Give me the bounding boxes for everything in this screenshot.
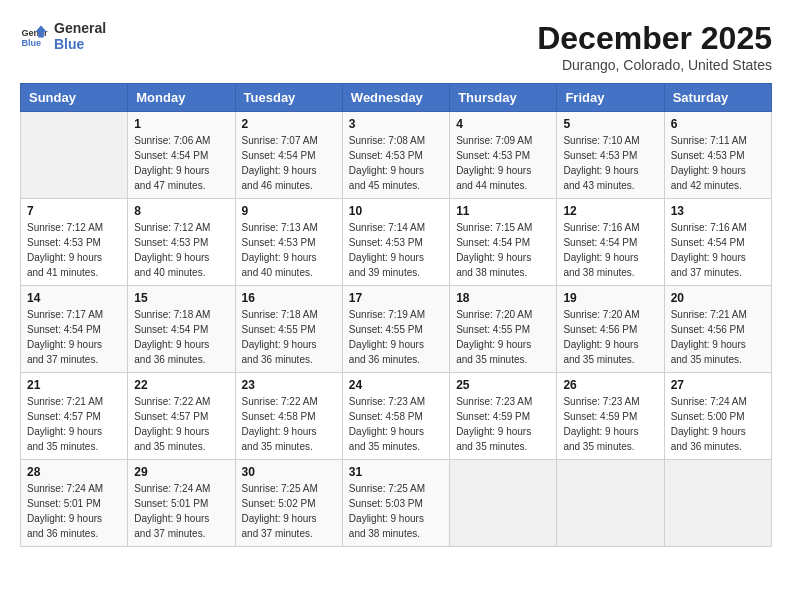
day-number: 4 — [456, 117, 550, 131]
day-info: Sunrise: 7:18 AMSunset: 4:54 PMDaylight:… — [134, 307, 228, 367]
day-number: 2 — [242, 117, 336, 131]
calendar-cell: 5Sunrise: 7:10 AMSunset: 4:53 PMDaylight… — [557, 112, 664, 199]
calendar-cell: 23Sunrise: 7:22 AMSunset: 4:58 PMDayligh… — [235, 373, 342, 460]
day-info: Sunrise: 7:18 AMSunset: 4:55 PMDaylight:… — [242, 307, 336, 367]
day-number: 9 — [242, 204, 336, 218]
day-header-thursday: Thursday — [450, 84, 557, 112]
calendar-cell: 17Sunrise: 7:19 AMSunset: 4:55 PMDayligh… — [342, 286, 449, 373]
day-info: Sunrise: 7:09 AMSunset: 4:53 PMDaylight:… — [456, 133, 550, 193]
day-number: 23 — [242, 378, 336, 392]
calendar-cell: 22Sunrise: 7:22 AMSunset: 4:57 PMDayligh… — [128, 373, 235, 460]
day-header-monday: Monday — [128, 84, 235, 112]
day-info: Sunrise: 7:20 AMSunset: 4:56 PMDaylight:… — [563, 307, 657, 367]
day-info: Sunrise: 7:16 AMSunset: 4:54 PMDaylight:… — [671, 220, 765, 280]
day-number: 19 — [563, 291, 657, 305]
calendar-cell: 20Sunrise: 7:21 AMSunset: 4:56 PMDayligh… — [664, 286, 771, 373]
day-number: 24 — [349, 378, 443, 392]
day-number: 29 — [134, 465, 228, 479]
title-area: December 2025 Durango, Colorado, United … — [537, 20, 772, 73]
day-info: Sunrise: 7:23 AMSunset: 4:58 PMDaylight:… — [349, 394, 443, 454]
day-info: Sunrise: 7:22 AMSunset: 4:58 PMDaylight:… — [242, 394, 336, 454]
day-info: Sunrise: 7:15 AMSunset: 4:54 PMDaylight:… — [456, 220, 550, 280]
calendar-cell: 6Sunrise: 7:11 AMSunset: 4:53 PMDaylight… — [664, 112, 771, 199]
calendar-cell: 10Sunrise: 7:14 AMSunset: 4:53 PMDayligh… — [342, 199, 449, 286]
calendar-cell: 15Sunrise: 7:18 AMSunset: 4:54 PMDayligh… — [128, 286, 235, 373]
day-info: Sunrise: 7:06 AMSunset: 4:54 PMDaylight:… — [134, 133, 228, 193]
calendar-cell — [450, 460, 557, 547]
day-number: 6 — [671, 117, 765, 131]
calendar-cell: 11Sunrise: 7:15 AMSunset: 4:54 PMDayligh… — [450, 199, 557, 286]
day-number: 21 — [27, 378, 121, 392]
calendar-week-1: 1Sunrise: 7:06 AMSunset: 4:54 PMDaylight… — [21, 112, 772, 199]
calendar-cell: 19Sunrise: 7:20 AMSunset: 4:56 PMDayligh… — [557, 286, 664, 373]
calendar-cell: 12Sunrise: 7:16 AMSunset: 4:54 PMDayligh… — [557, 199, 664, 286]
day-number: 30 — [242, 465, 336, 479]
day-header-saturday: Saturday — [664, 84, 771, 112]
day-header-friday: Friday — [557, 84, 664, 112]
calendar-cell: 7Sunrise: 7:12 AMSunset: 4:53 PMDaylight… — [21, 199, 128, 286]
calendar-cell: 14Sunrise: 7:17 AMSunset: 4:54 PMDayligh… — [21, 286, 128, 373]
day-info: Sunrise: 7:11 AMSunset: 4:53 PMDaylight:… — [671, 133, 765, 193]
calendar-cell: 13Sunrise: 7:16 AMSunset: 4:54 PMDayligh… — [664, 199, 771, 286]
day-number: 15 — [134, 291, 228, 305]
logo-icon: General Blue — [20, 22, 48, 50]
day-info: Sunrise: 7:07 AMSunset: 4:54 PMDaylight:… — [242, 133, 336, 193]
calendar-cell: 21Sunrise: 7:21 AMSunset: 4:57 PMDayligh… — [21, 373, 128, 460]
calendar-cell: 30Sunrise: 7:25 AMSunset: 5:02 PMDayligh… — [235, 460, 342, 547]
day-number: 14 — [27, 291, 121, 305]
day-info: Sunrise: 7:12 AMSunset: 4:53 PMDaylight:… — [134, 220, 228, 280]
day-header-sunday: Sunday — [21, 84, 128, 112]
day-info: Sunrise: 7:22 AMSunset: 4:57 PMDaylight:… — [134, 394, 228, 454]
calendar-week-3: 14Sunrise: 7:17 AMSunset: 4:54 PMDayligh… — [21, 286, 772, 373]
calendar-cell — [664, 460, 771, 547]
calendar-cell: 18Sunrise: 7:20 AMSunset: 4:55 PMDayligh… — [450, 286, 557, 373]
calendar-cell: 2Sunrise: 7:07 AMSunset: 4:54 PMDaylight… — [235, 112, 342, 199]
location-title: Durango, Colorado, United States — [537, 57, 772, 73]
day-number: 28 — [27, 465, 121, 479]
calendar-cell — [21, 112, 128, 199]
day-info: Sunrise: 7:23 AMSunset: 4:59 PMDaylight:… — [456, 394, 550, 454]
calendar-table: SundayMondayTuesdayWednesdayThursdayFrid… — [20, 83, 772, 547]
day-info: Sunrise: 7:23 AMSunset: 4:59 PMDaylight:… — [563, 394, 657, 454]
svg-text:Blue: Blue — [21, 38, 41, 48]
calendar-week-4: 21Sunrise: 7:21 AMSunset: 4:57 PMDayligh… — [21, 373, 772, 460]
calendar-week-5: 28Sunrise: 7:24 AMSunset: 5:01 PMDayligh… — [21, 460, 772, 547]
day-number: 13 — [671, 204, 765, 218]
day-info: Sunrise: 7:25 AMSunset: 5:02 PMDaylight:… — [242, 481, 336, 541]
logo: General Blue General Blue — [20, 20, 106, 52]
header: General Blue General Blue December 2025 … — [20, 20, 772, 73]
logo-line1: General — [54, 20, 106, 36]
calendar-cell: 4Sunrise: 7:09 AMSunset: 4:53 PMDaylight… — [450, 112, 557, 199]
calendar-cell: 25Sunrise: 7:23 AMSunset: 4:59 PMDayligh… — [450, 373, 557, 460]
day-number: 27 — [671, 378, 765, 392]
day-info: Sunrise: 7:21 AMSunset: 4:56 PMDaylight:… — [671, 307, 765, 367]
day-number: 10 — [349, 204, 443, 218]
day-number: 31 — [349, 465, 443, 479]
day-info: Sunrise: 7:10 AMSunset: 4:53 PMDaylight:… — [563, 133, 657, 193]
day-info: Sunrise: 7:13 AMSunset: 4:53 PMDaylight:… — [242, 220, 336, 280]
calendar-cell: 28Sunrise: 7:24 AMSunset: 5:01 PMDayligh… — [21, 460, 128, 547]
day-info: Sunrise: 7:12 AMSunset: 4:53 PMDaylight:… — [27, 220, 121, 280]
day-number: 18 — [456, 291, 550, 305]
day-number: 5 — [563, 117, 657, 131]
day-info: Sunrise: 7:25 AMSunset: 5:03 PMDaylight:… — [349, 481, 443, 541]
calendar-cell: 24Sunrise: 7:23 AMSunset: 4:58 PMDayligh… — [342, 373, 449, 460]
calendar-cell: 8Sunrise: 7:12 AMSunset: 4:53 PMDaylight… — [128, 199, 235, 286]
day-info: Sunrise: 7:24 AMSunset: 5:01 PMDaylight:… — [134, 481, 228, 541]
day-number: 1 — [134, 117, 228, 131]
logo-line2: Blue — [54, 36, 106, 52]
day-number: 20 — [671, 291, 765, 305]
calendar-cell: 29Sunrise: 7:24 AMSunset: 5:01 PMDayligh… — [128, 460, 235, 547]
day-header-wednesday: Wednesday — [342, 84, 449, 112]
day-number: 3 — [349, 117, 443, 131]
calendar-cell: 1Sunrise: 7:06 AMSunset: 4:54 PMDaylight… — [128, 112, 235, 199]
day-number: 17 — [349, 291, 443, 305]
day-number: 8 — [134, 204, 228, 218]
calendar-week-2: 7Sunrise: 7:12 AMSunset: 4:53 PMDaylight… — [21, 199, 772, 286]
day-number: 26 — [563, 378, 657, 392]
day-number: 16 — [242, 291, 336, 305]
day-info: Sunrise: 7:19 AMSunset: 4:55 PMDaylight:… — [349, 307, 443, 367]
day-number: 7 — [27, 204, 121, 218]
day-number: 12 — [563, 204, 657, 218]
day-info: Sunrise: 7:16 AMSunset: 4:54 PMDaylight:… — [563, 220, 657, 280]
